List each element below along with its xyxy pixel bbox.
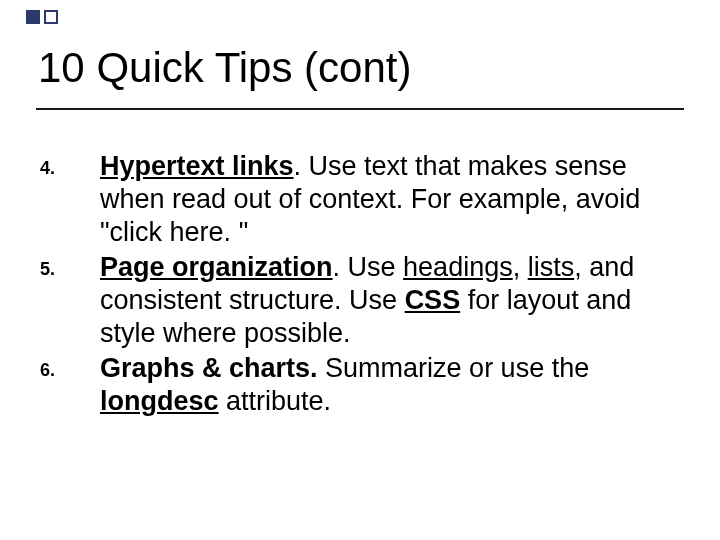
link-css[interactable]: CSS <box>405 285 461 315</box>
list-text: Hypertext links. Use text that makes sen… <box>100 150 688 249</box>
list-number: 6. <box>40 352 100 418</box>
square-icon <box>44 10 58 24</box>
list-item: 4. Hypertext links. Use text that makes … <box>40 150 688 249</box>
link-longdesc[interactable]: longdesc <box>100 386 219 416</box>
body-text: , <box>513 252 528 282</box>
body-text: Summarize or use the <box>318 353 590 383</box>
lead-term: Graphs & charts. <box>100 353 318 383</box>
list-number: 5. <box>40 251 100 350</box>
corner-decoration <box>26 10 58 24</box>
list-text: Graphs & charts. Summarize or use the lo… <box>100 352 688 418</box>
body-text: attribute. <box>219 386 332 416</box>
slide: 10 Quick Tips (cont) 4. Hypertext links.… <box>0 0 720 540</box>
link-lists[interactable]: lists <box>528 252 575 282</box>
link-headings[interactable]: headings <box>403 252 513 282</box>
slide-body: 4. Hypertext links. Use text that makes … <box>40 150 688 420</box>
list-number: 4. <box>40 150 100 249</box>
list-text: Page organization. Use headings, lists, … <box>100 251 688 350</box>
list-item: 5. Page organization. Use headings, list… <box>40 251 688 350</box>
slide-title: 10 Quick Tips (cont) <box>38 44 411 92</box>
body-text: . Use <box>333 252 404 282</box>
square-icon <box>26 10 40 24</box>
lead-term: Hypertext links <box>100 151 294 181</box>
lead-term: Page organization <box>100 252 333 282</box>
list-item: 6. Graphs & charts. Summarize or use the… <box>40 352 688 418</box>
title-divider <box>36 108 684 110</box>
